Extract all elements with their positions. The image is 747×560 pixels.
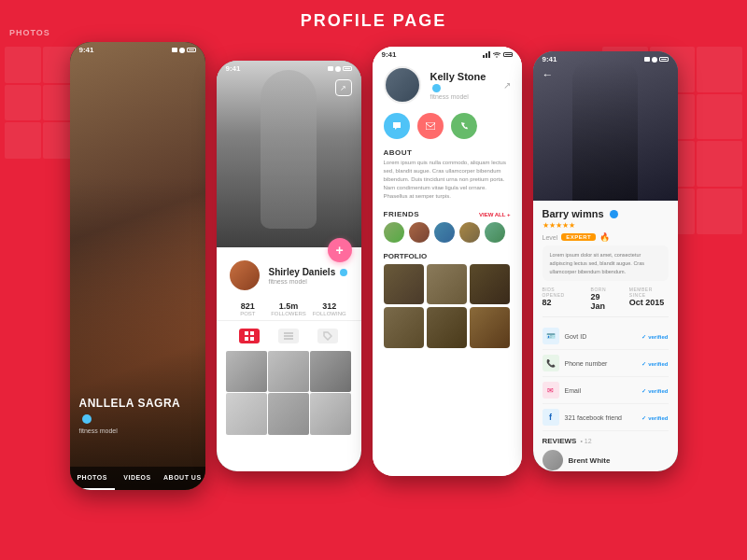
phone2-share-button[interactable]: ↗ <box>335 79 352 96</box>
phone4-govt-id-status: ✓ verified <box>641 333 668 340</box>
phone4-inner: 9:41 ← Barry wimns ★★★★★ L <box>533 51 678 471</box>
phone2-list-view-tab[interactable] <box>278 329 299 343</box>
phone3-action-buttons <box>373 107 522 145</box>
phone2-time: 9:41 <box>226 64 241 73</box>
phone-barry: 9:41 ← Barry wimns ★★★★★ L <box>533 51 678 471</box>
phone4-email-label: Email <box>565 387 637 394</box>
phone4-status-bar: 9:41 <box>533 51 678 65</box>
svg-rect-1 <box>250 331 254 335</box>
phone4-back-button[interactable]: ← <box>543 68 554 81</box>
phone4-level-badge: EXPERT <box>561 233 596 241</box>
phone2-view-tabs <box>217 321 361 351</box>
phone3-friends-header: FRIENDS VIEW ALL + <box>373 206 522 222</box>
phone2-fab-button[interactable]: + <box>328 238 352 262</box>
phone4-facebook-label: 321 facebook friend <box>565 414 637 421</box>
signal-icon <box>172 48 177 52</box>
phone3-portfolio-title: PORTFOLIO <box>373 248 522 264</box>
phone4-stat-born: BORN 29 Jan <box>591 287 615 311</box>
phone2-grid-view-tab[interactable] <box>239 329 260 343</box>
phone4-status-icons <box>644 57 669 63</box>
phone4-verify-facebook: f 321 facebook friend ✓ verified <box>543 404 669 431</box>
email-icon: ✉ <box>543 382 559 399</box>
phone2-grid-cell-5 <box>268 393 309 434</box>
svg-rect-6 <box>284 338 293 340</box>
phone4-phone-label: Phone number <box>565 360 637 367</box>
phone1-role: fitness model <box>79 427 196 434</box>
phone4-reviews-header: REVIEWS • 12 <box>543 437 669 445</box>
phone3-view-all-button[interactable]: VIEW ALL + <box>479 212 511 217</box>
phone3-user-info: Kelly Stone fitness model <box>430 71 494 100</box>
phone2-inner: 9:41 ↗ + Shirley D <box>217 61 361 471</box>
phone2-status-bar: 9:41 <box>217 61 361 75</box>
phone3-call-button[interactable] <box>451 113 477 139</box>
phone4-time: 9:41 <box>543 55 557 63</box>
phone4-about-text: Lorem ipsum dolor sit amet, consectetur … <box>550 251 661 275</box>
phone3-friend-5 <box>485 222 505 243</box>
phone2-name-area: Shirley Daniels fitness model <box>269 267 350 285</box>
phone3-inner: 9:41 Kelly Stone fitness mode <box>373 47 522 476</box>
phone3-avatar <box>384 66 421 104</box>
svg-rect-9 <box>488 51 490 58</box>
svg-rect-8 <box>486 53 487 58</box>
phone2-role: fitness model <box>269 278 350 285</box>
p4-battery-icon <box>659 57 669 62</box>
svg-rect-0 <box>245 331 248 335</box>
phone2-status-icons <box>328 66 352 72</box>
phone4-verified-badge <box>610 210 618 218</box>
phone4-verification-list: 🪪 Govt ID ✓ verified 📞 Phone number ✓ ve… <box>543 323 669 431</box>
phone3-portfolio-2 <box>427 264 467 304</box>
p4-signal-icon <box>644 57 650 62</box>
phone4-about-bubble: Lorem ipsum dolor sit amet, consectetur … <box>543 245 669 281</box>
phone3-about-title: ABOUT <box>373 145 522 159</box>
phone4-verify-phone: 📞 Phone number ✓ verified <box>543 350 669 377</box>
p2-wifi-icon <box>335 66 341 72</box>
phone3-header: Kelly Stone fitness model ↗ <box>373 61 522 107</box>
phone4-level-row: Level EXPERT 🔥 <box>543 232 669 242</box>
share-icon: ↗ <box>340 84 346 92</box>
phone-kelly: 9:41 Kelly Stone fitness mode <box>373 47 522 476</box>
phone3-friends-title: FRIENDS <box>384 210 420 218</box>
phone3-friends-row <box>373 222 522 248</box>
govt-id-icon: 🪪 <box>543 328 559 344</box>
svg-rect-4 <box>284 332 293 334</box>
phone2-grid-cell-6 <box>310 393 351 434</box>
phone4-level-label: Level <box>543 234 558 241</box>
phone2-photo-grid <box>226 351 352 435</box>
phone4-review-item: Brent White <box>543 450 669 470</box>
phone3-message-button[interactable] <box>384 113 410 139</box>
phone4-verify-govt-id: 🪪 Govt ID ✓ verified <box>543 323 669 350</box>
phone2-avatar <box>228 259 261 292</box>
wifi-icon <box>179 48 185 53</box>
phone1-profile-info: ANLLELA SAGRA fitness model <box>79 397 196 434</box>
phone3-friend-3 <box>434 222 455 243</box>
phone4-verify-email: ✉ Email ✓ verified <box>543 377 669 404</box>
svg-rect-2 <box>245 337 248 341</box>
phone2-tag-view-tab[interactable] <box>317 329 338 343</box>
phone3-friend-4 <box>459 222 480 243</box>
phone4-stars: ★★★★★ <box>543 221 669 230</box>
phone3-portfolio-grid <box>373 264 522 348</box>
phone-number-icon: 📞 <box>543 355 559 371</box>
phone1-tab-about[interactable]: ABOUT US <box>160 467 204 490</box>
p3-signal-icon <box>483 51 490 58</box>
phone1-status-bar: 9:41 <box>70 42 205 56</box>
phone1-time: 9:41 <box>79 46 94 54</box>
phone3-portfolio-6 <box>470 307 510 347</box>
p3-wifi-icon <box>493 52 500 58</box>
phone3-time: 9:41 <box>382 50 397 59</box>
phone2-grid-cell-3 <box>310 351 351 392</box>
phone4-phone-status: ✓ verified <box>641 360 668 367</box>
phone1-tab-videos[interactable]: VIDEOS <box>115 467 160 490</box>
phone1-tab-photos[interactable]: PHOTOS <box>70 467 115 490</box>
phone4-reviews-count: • 12 <box>580 438 591 444</box>
facebook-icon: f <box>543 409 559 426</box>
phone4-email-status: ✓ verified <box>641 387 668 394</box>
phone3-share-button[interactable]: ↗ <box>503 80 511 91</box>
svg-rect-7 <box>483 55 485 58</box>
phone2-hero: 9:41 ↗ <box>217 61 361 247</box>
phone3-portfolio-4 <box>384 307 424 347</box>
phone2-stat-followers: 1.5m FOLLOWERS <box>268 301 309 316</box>
phone3-role: fitness model <box>430 93 494 100</box>
phone2-name: Shirley Daniels <box>269 267 350 277</box>
phone3-email-button[interactable] <box>417 113 444 139</box>
